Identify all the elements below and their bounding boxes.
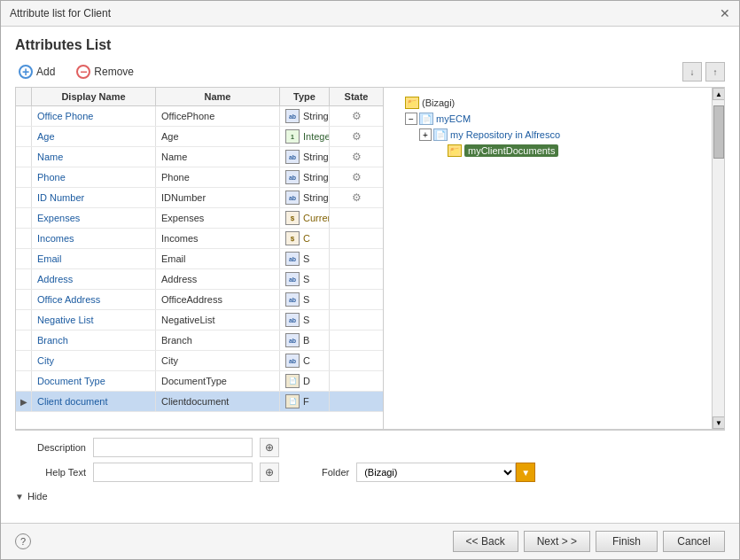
table-row[interactable]: AgeAge1Integer⚙ <box>16 127 383 147</box>
state-cell <box>330 392 383 411</box>
title-bar: Attribute list for Client ✕ <box>1 1 739 27</box>
type-icon: ab <box>285 333 300 347</box>
display-name-cell: ID Number <box>32 188 156 207</box>
finish-button[interactable]: Finish <box>596 531 658 552</box>
dialog-body: Attributes List + Add − Remove ↓ ↑ Disp <box>1 27 739 523</box>
name-cell: NegativeList <box>156 310 280 330</box>
expand-cell <box>16 229 32 248</box>
display-name-cell: Phone <box>32 167 156 187</box>
tree-collapse-icon[interactable]: − <box>405 113 417 125</box>
tree-node[interactable]: +📄my Repository in Alfresco <box>391 127 705 143</box>
next-button[interactable]: Next > > <box>524 531 590 552</box>
col-header-name: Name <box>156 88 280 105</box>
display-name-cell: Age <box>32 127 156 146</box>
help-button[interactable]: ? <box>15 533 31 549</box>
description-globe-button[interactable]: ⊕ <box>260 438 279 457</box>
expand-cell <box>16 208 32 228</box>
cancel-button[interactable]: Cancel <box>663 531 725 552</box>
display-name-cell: Branch <box>32 331 156 350</box>
expand-cell <box>16 371 32 391</box>
scroll-thumb[interactable] <box>713 105 724 159</box>
table-row[interactable]: Negative ListNegativeListabS <box>16 310 383 331</box>
tree-node-label: (Bizagi) <box>422 97 455 108</box>
type-icon: $ <box>285 211 300 225</box>
tree-node[interactable]: 📁(Bizagi) <box>391 95 705 111</box>
type-icon: ab <box>285 292 300 307</box>
name-cell: Phone <box>156 167 280 187</box>
state-icon[interactable]: ⚙ <box>349 170 363 184</box>
help-text-input[interactable] <box>93 463 253 482</box>
help-text-globe-button[interactable]: ⊕ <box>260 463 279 482</box>
dialog-footer: ? << Back Next > > Finish Cancel <box>1 523 739 559</box>
hide-section[interactable]: ▼ Hide <box>15 487 725 505</box>
name-cell: Clientdocument <box>156 392 280 411</box>
folder-dropdown-button[interactable]: ▼ <box>516 463 535 482</box>
footer-buttons: << Back Next > > Finish Cancel <box>453 531 725 552</box>
back-button[interactable]: << Back <box>453 531 518 552</box>
type-cell: abS <box>280 310 330 330</box>
sort-up-button[interactable]: ↑ <box>705 62 725 82</box>
type-cell: abB <box>280 331 330 350</box>
table-row[interactable]: EmailEmailabS <box>16 249 383 269</box>
display-name-cell: Negative List <box>32 310 156 330</box>
table-row[interactable]: Office PhoneOfficePhoneabString⚙ <box>16 106 383 127</box>
tree-node[interactable]: −📄myECM <box>391 111 705 127</box>
table-row[interactable]: IncomesIncomes$C <box>16 229 383 249</box>
table-header: Display Name Name Type State <box>16 88 383 106</box>
table-row[interactable]: CityCityabC <box>16 351 383 371</box>
table-row[interactable]: BranchBranchabB <box>16 331 383 351</box>
tree-node-label: myClientDocuments <box>464 144 558 157</box>
table-row[interactable]: NameNameabString⚙ <box>16 147 383 167</box>
table-row[interactable]: Office AddressOfficeAddressabS <box>16 290 383 310</box>
state-cell <box>330 208 383 228</box>
state-cell <box>330 351 383 370</box>
scroll-up-arrow[interactable]: ▲ <box>713 88 725 100</box>
display-name-cell: Name <box>32 147 156 167</box>
table-row[interactable]: Document TypeDocumentType📄D <box>16 371 383 392</box>
name-cell: DocumentType <box>156 371 280 391</box>
type-icon: ab <box>285 354 300 368</box>
type-cell: abS <box>280 269 330 289</box>
col-header-type: Type <box>280 88 330 105</box>
state-icon[interactable]: ⚙ <box>349 109 363 123</box>
folder-icon: 📁 <box>405 97 419 109</box>
description-input[interactable] <box>93 438 253 457</box>
col-header-expand <box>16 88 32 105</box>
expand-cell: ▶ <box>16 392 32 411</box>
name-cell: City <box>156 351 280 370</box>
state-cell <box>330 229 383 248</box>
type-icon: ab <box>285 109 300 123</box>
tree-node[interactable]: 📁myClientDocuments <box>391 143 705 159</box>
display-name-cell: Expenses <box>32 208 156 228</box>
tree-node-label: myECM <box>436 113 471 124</box>
folder-select[interactable]: (Bizagi) <box>356 463 516 482</box>
tree-expand-icon[interactable]: + <box>419 128 432 141</box>
close-icon[interactable]: ✕ <box>720 6 730 20</box>
scroll-down-arrow[interactable]: ▼ <box>713 416 725 429</box>
hide-label: Hide <box>27 491 48 502</box>
table-row[interactable]: ExpensesExpenses$Currency <box>16 208 383 229</box>
table-scrollbar[interactable]: ▲ ▼ <box>712 88 724 429</box>
table-row[interactable]: ID NumberIDNumberabString⚙ <box>16 188 383 208</box>
expand-cell <box>16 331 32 350</box>
remove-button[interactable]: − Remove <box>73 63 137 81</box>
type-icon: ab <box>285 150 300 164</box>
add-button[interactable]: + Add <box>15 63 58 81</box>
type-icon: 1 <box>285 129 300 144</box>
state-icon[interactable]: ⚙ <box>349 191 363 205</box>
expand-cell <box>16 351 32 370</box>
file-icon: 📄 <box>419 113 433 125</box>
display-name-cell: Document Type <box>32 371 156 391</box>
table-row[interactable]: ▶Client documentClientdocument📄F <box>16 392 383 412</box>
type-cell: $C <box>280 229 330 248</box>
state-icon[interactable]: ⚙ <box>349 150 363 164</box>
display-name-cell: Office Phone <box>32 106 156 126</box>
expand-cell <box>16 147 32 167</box>
table-row[interactable]: PhonePhoneabString⚙ <box>16 167 383 188</box>
type-icon: ab <box>285 191 300 205</box>
table-row[interactable]: AddressAddressabS <box>16 269 383 290</box>
display-name-cell: Address <box>32 269 156 289</box>
sort-down-button[interactable]: ↓ <box>682 62 702 82</box>
state-icon[interactable]: ⚙ <box>349 129 363 144</box>
state-cell <box>330 371 383 391</box>
